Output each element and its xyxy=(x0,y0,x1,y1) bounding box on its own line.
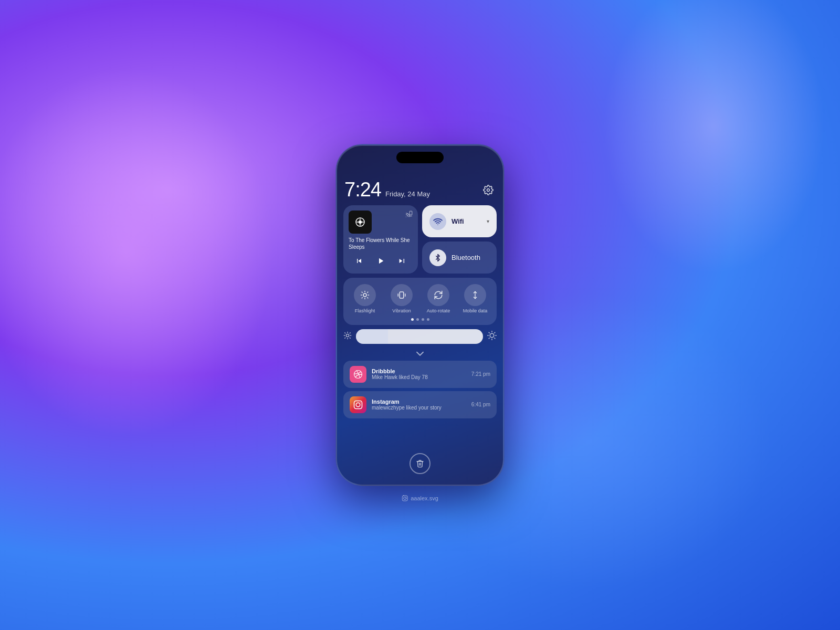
svg-line-36 xyxy=(489,338,489,339)
svg-point-40 xyxy=(356,403,360,407)
svg-line-24 xyxy=(350,338,350,339)
svg-point-0 xyxy=(487,188,490,191)
bottom-bar xyxy=(343,447,497,478)
music-card[interactable]: To The Flowers While She Sleeps xyxy=(343,205,418,274)
dot-1 xyxy=(411,318,414,321)
svg-line-10 xyxy=(362,292,362,292)
wifi-icon xyxy=(429,213,446,230)
notif-instagram-message: malewiczhype liked your story xyxy=(372,405,466,411)
page-dots xyxy=(348,318,492,321)
volume-up-button[interactable] xyxy=(336,228,337,249)
notif-dribbble-content: Dribbble Mike Hawk liked Day 78 xyxy=(372,368,466,380)
svg-line-37 xyxy=(495,332,495,333)
phone-wrapper: 7:24 Friday, 24 May xyxy=(336,144,504,486)
album-art xyxy=(349,211,372,234)
notif-dribbble-title: Dribbble xyxy=(372,368,466,374)
phone-content: 7:24 Friday, 24 May xyxy=(337,174,503,485)
svg-rect-42 xyxy=(402,496,407,501)
notif-dribbble-time: 7:21 pm xyxy=(471,371,490,377)
notif-dribbble-message: Mike Hawk liked Day 78 xyxy=(372,374,466,380)
svg-line-14 xyxy=(362,298,362,298)
toggle-flashlight[interactable]: Flashlight xyxy=(348,284,382,314)
prev-button[interactable] xyxy=(352,254,366,268)
svg-point-7 xyxy=(363,293,366,297)
toggles-grid: Flashlight Vibration xyxy=(348,284,492,314)
current-date: Friday, 24 May xyxy=(385,190,430,198)
svg-point-29 xyxy=(490,333,494,338)
svg-point-41 xyxy=(360,402,361,403)
svg-point-44 xyxy=(406,497,406,497)
brightness-row xyxy=(343,329,497,344)
notif-instagram-time: 6:41 pm xyxy=(471,402,490,407)
svg-line-32 xyxy=(489,332,489,333)
current-time: 7:24 xyxy=(344,178,381,201)
volume-down-button[interactable] xyxy=(336,254,337,275)
bluetooth-card[interactable]: Bluetooth xyxy=(422,242,497,274)
toggle-autorotate[interactable]: Auto-rotate xyxy=(421,284,456,314)
next-button[interactable] xyxy=(395,254,410,268)
instagram-icon xyxy=(350,396,366,413)
power-button[interactable] xyxy=(503,219,504,245)
dot-3 xyxy=(422,318,424,321)
top-cards-row: To The Flowers While She Sleeps xyxy=(343,205,497,274)
flashlight-icon xyxy=(354,284,376,306)
mute-button[interactable] xyxy=(336,208,337,223)
brightness-high-icon xyxy=(487,331,497,342)
mobiledata-label: Mobile data xyxy=(463,308,488,314)
notification-instagram[interactable]: Instagram malewiczhype liked your story … xyxy=(343,391,497,418)
dot-4 xyxy=(427,318,429,321)
autorotate-icon xyxy=(427,284,449,306)
bluetooth-label: Bluetooth xyxy=(452,254,480,261)
toggles-card: Flashlight Vibration xyxy=(343,278,497,325)
status-header: 7:24 Friday, 24 May xyxy=(343,178,497,205)
play-button[interactable] xyxy=(373,254,388,268)
dribbble-icon xyxy=(350,366,366,383)
wifi-chevron-icon: ▾ xyxy=(487,218,489,224)
svg-line-33 xyxy=(495,338,495,339)
notification-dribbble[interactable]: Dribbble Mike Hawk liked Day 78 7:21 pm xyxy=(343,361,497,388)
vibration-label: Vibration xyxy=(392,308,411,314)
autorotate-label: Auto-rotate xyxy=(427,308,450,314)
notif-instagram-content: Instagram malewiczhype liked your story xyxy=(372,398,466,411)
song-title: To The Flowers While She Sleeps xyxy=(349,237,413,250)
svg-line-28 xyxy=(350,333,350,333)
dot-2 xyxy=(416,318,419,321)
wifi-card[interactable]: Wifi ▾ xyxy=(422,205,497,237)
network-column: Wifi ▾ Bluetooth xyxy=(422,205,497,274)
settings-icon[interactable] xyxy=(481,183,496,197)
brightness-fill xyxy=(356,329,388,344)
svg-line-27 xyxy=(345,338,345,339)
toggle-vibration[interactable]: Vibration xyxy=(384,284,419,314)
dynamic-island xyxy=(396,152,444,163)
cast-icon[interactable] xyxy=(405,211,413,219)
vibration-icon xyxy=(391,284,413,306)
svg-line-23 xyxy=(345,333,345,333)
svg-rect-39 xyxy=(354,401,362,408)
svg-point-20 xyxy=(346,334,349,337)
flashlight-label: Flashlight xyxy=(355,308,375,314)
svg-rect-16 xyxy=(400,292,404,298)
phone: 7:24 Friday, 24 May xyxy=(336,144,504,486)
watermark: aaalex.svg xyxy=(402,495,438,501)
brightness-low-icon xyxy=(343,331,352,341)
mobiledata-icon xyxy=(464,284,486,306)
music-controls xyxy=(349,254,413,268)
svg-point-6 xyxy=(437,224,438,225)
time-section: 7:24 Friday, 24 May xyxy=(344,178,430,201)
svg-point-4 xyxy=(406,216,406,217)
svg-line-15 xyxy=(368,292,368,292)
svg-rect-5 xyxy=(410,211,412,215)
wifi-label: Wifi xyxy=(452,217,481,225)
watermark-text: aaalex.svg xyxy=(411,495,438,501)
music-header xyxy=(349,211,413,234)
brightness-slider[interactable] xyxy=(356,329,483,344)
chevron-row[interactable] xyxy=(343,348,497,359)
notif-instagram-title: Instagram xyxy=(372,398,466,405)
svg-point-43 xyxy=(404,497,406,500)
toggle-mobiledata[interactable]: Mobile data xyxy=(458,284,492,314)
bluetooth-icon xyxy=(429,249,446,266)
clear-notifications-button[interactable] xyxy=(410,453,430,474)
svg-line-11 xyxy=(368,298,368,298)
notifications-list: Dribbble Mike Hawk liked Day 78 7:21 pm xyxy=(343,361,497,418)
